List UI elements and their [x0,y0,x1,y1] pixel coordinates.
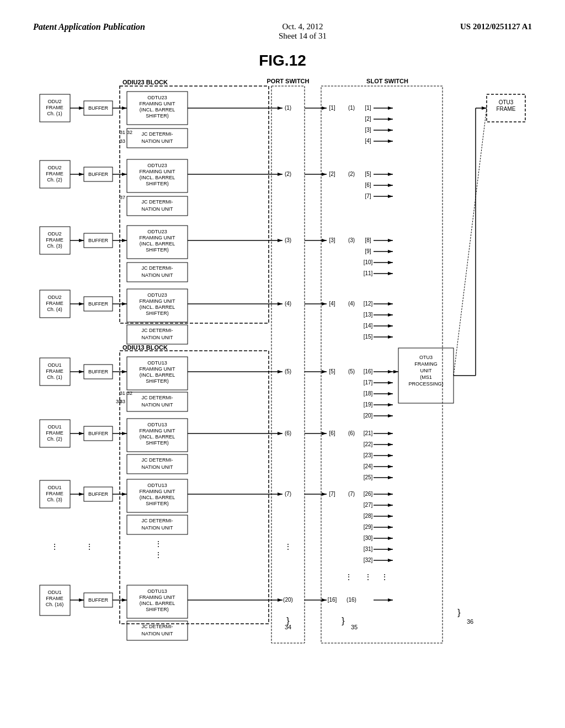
svg-text:FRAME: FRAME [46,237,63,243]
svg-text:NATION UNIT: NATION UNIT [142,464,173,470]
svg-text:OTU3: OTU3 [419,355,433,360]
svg-text:NATION UNIT: NATION UNIT [142,138,173,144]
svg-text:[12]: [12] [364,301,373,307]
diagram-svg: ODIU23 BLOCK ODU2 FRAME Ch. (1) BUFFER O… [34,78,531,684]
svg-text:(INCL. BARREL: (INCL. BARREL [140,107,175,113]
svg-text:[28]: [28] [364,513,373,519]
svg-text:ODTU13: ODTU13 [147,588,167,594]
svg-text:(2): (2) [285,171,291,177]
svg-text:ODU2: ODU2 [47,165,61,170]
svg-text:[2]: [2] [329,171,335,177]
svg-text:[24]: [24] [364,463,373,469]
svg-text:[27]: [27] [364,502,373,508]
svg-text:BUFFER: BUFFER [88,301,109,307]
svg-text:Ch. (2): Ch. (2) [47,436,62,442]
figure-title: FIG.12 [33,52,532,69]
svg-text:FRAME: FRAME [46,301,63,306]
svg-text:SHIFTER): SHIFTER) [146,501,169,506]
svg-text:[17]: [17] [364,379,373,386]
svg-text:FRAMING UNIT: FRAMING UNIT [140,169,175,174]
svg-text:ODIU23 BLOCK: ODIU23 BLOCK [122,79,168,85]
svg-text:(INCL. BARREL: (INCL. BARREL [140,372,175,378]
svg-text:}: } [342,616,345,625]
page: Patent Application Publication Oct. 4, 2… [0,0,565,728]
svg-text:[1]: [1] [329,105,335,111]
svg-text:(INCL. BARREL: (INCL. BARREL [140,304,175,310]
svg-text:SHIFTER): SHIFTER) [146,378,169,384]
svg-text:FRAMING UNIT: FRAMING UNIT [140,489,175,494]
svg-text:[23]: [23] [364,452,373,458]
svg-text:(3): (3) [285,237,291,243]
svg-text:Ch. (2): Ch. (2) [47,177,62,183]
svg-text:FRAME: FRAME [46,430,63,436]
svg-text:(1): (1) [348,105,355,111]
svg-text:JC DETERMI-: JC DETERMI- [142,131,173,137]
svg-text:JC DETERMI-: JC DETERMI- [142,624,173,629]
svg-text:OTU3: OTU3 [499,99,514,105]
svg-text:35: 35 [351,624,358,630]
svg-text:[7]: [7] [365,193,371,199]
svg-text:FRAME: FRAME [46,596,63,601]
svg-text:Ch. (4): Ch. (4) [47,307,62,312]
svg-text:ODTU13: ODTU13 [147,483,167,488]
svg-text:ODU2: ODU2 [47,295,61,300]
svg-text:(2): (2) [348,171,355,177]
svg-text:(16): (16) [347,597,356,603]
svg-text:[16]: [16] [328,597,337,603]
svg-text:JC DETERMI-: JC DETERMI- [142,265,173,271]
svg-text:[3]: [3] [365,127,371,133]
svg-text:NATION UNIT: NATION UNIT [142,631,173,636]
svg-text:PROCESSING): PROCESSING) [408,381,443,387]
svg-text:PORT SWITCH: PORT SWITCH [267,78,310,84]
svg-text:Ch. (16): Ch. (16) [46,602,64,607]
svg-text:BUFFER: BUFFER [88,238,109,243]
svg-text:⋮: ⋮ [51,542,58,551]
svg-text:(20): (20) [283,597,293,603]
svg-text:[1]: [1] [365,105,371,111]
svg-text:38: 38 [116,399,121,404]
svg-text:(5): (5) [348,368,355,374]
svg-text:SHIFTER): SHIFTER) [146,440,169,446]
header-center: Oct. 4, 2012 Sheet 14 of 31 [279,22,327,41]
svg-text:FRAMING UNIT: FRAMING UNIT [140,428,175,433]
svg-text:}: } [286,616,290,625]
svg-rect-76 [120,351,269,624]
svg-text:FRAMING UNIT: FRAMING UNIT [140,235,175,240]
svg-text:JC DETERMI-: JC DETERMI- [142,395,173,400]
svg-text:31: 31 [120,130,125,135]
svg-text:[9]: [9] [365,248,371,254]
svg-text:ODU2: ODU2 [47,231,61,237]
publication-date: Oct. 4, 2012 [279,22,327,31]
svg-text:[25]: [25] [364,474,373,480]
publication-title: Patent Application Publication [33,22,145,32]
svg-rect-155 [271,86,305,643]
svg-text:(INCL. BARREL: (INCL. BARREL [140,175,175,180]
svg-text:(MS1: (MS1 [420,374,432,380]
svg-text:FRAME: FRAME [46,491,63,496]
svg-text:ODTU13: ODTU13 [147,422,167,427]
svg-text:FRAMING UNIT: FRAMING UNIT [140,298,175,304]
svg-text:[2]: [2] [365,116,371,122]
svg-text:32: 32 [127,130,132,135]
diagram-container: ODIU23 BLOCK ODU2 FRAME Ch. (1) BUFFER O… [34,78,531,684]
svg-text:Ch. (3): Ch. (3) [47,497,62,502]
svg-text:FRAME: FRAME [46,171,63,176]
svg-text:BUFFER: BUFFER [88,597,109,603]
svg-text:}: } [457,608,461,617]
svg-text:SHIFTER): SHIFTER) [146,607,169,612]
svg-text:[19]: [19] [364,402,373,408]
svg-text:BUFFER: BUFFER [88,105,109,111]
svg-text:ODTU23: ODTU23 [147,229,167,234]
svg-text:JC DETERMI-: JC DETERMI- [142,457,173,463]
svg-text:SHIFTER): SHIFTER) [146,311,169,316]
svg-text:[4]: [4] [365,138,371,144]
svg-text:[13]: [13] [364,312,373,318]
svg-text:ODU1: ODU1 [47,485,61,490]
svg-text:[29]: [29] [364,524,373,530]
svg-text:37: 37 [120,195,125,200]
svg-text:FRAME: FRAME [46,105,63,110]
svg-text:ODU1: ODU1 [47,424,61,430]
svg-text:FRAME: FRAME [46,368,63,374]
svg-text:ODU1: ODU1 [47,362,61,368]
svg-text:(4): (4) [348,301,355,307]
